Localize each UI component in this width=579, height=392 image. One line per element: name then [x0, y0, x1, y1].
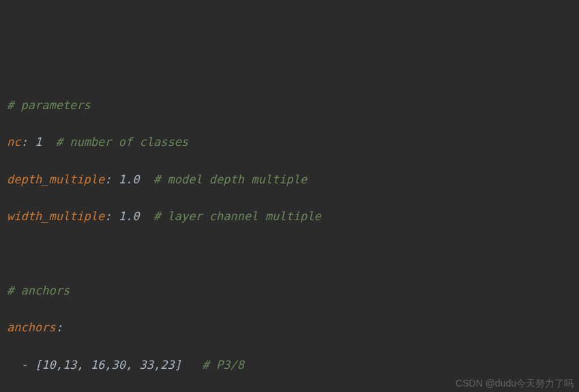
comment-width: # layer channel multiple [153, 209, 321, 223]
yaml-key-anchors: anchors [7, 320, 56, 334]
code-block: # parameters nc: 1 # number of classes d… [7, 78, 572, 392]
blank-line [7, 244, 572, 262]
code-line: # parameters [7, 96, 572, 115]
code-line: anchors: [7, 318, 572, 337]
yaml-key-width: width_multiple [7, 209, 104, 223]
code-line: depth_multiple: 1.0 # model depth multip… [7, 170, 572, 189]
code-line: - [10,13, 16,30, 33,23] # P3/8 [7, 356, 572, 374]
comment-p3: # P3/8 [203, 358, 244, 372]
comment-parameters: # parameters [7, 98, 91, 112]
code-line: # anchors [7, 282, 572, 300]
code-line: nc: 1 # number of classes [7, 133, 572, 151]
comment-anchors-header: # anchors [7, 284, 70, 297]
anchor-p3: [10,13, 16,30, 33,23] [35, 358, 181, 372]
watermark-text: CSDN @dudu今天努力了吗 [456, 376, 574, 391]
yaml-key-depth: depth_multiple [7, 172, 104, 186]
yaml-key-nc: nc [7, 135, 20, 149]
comment-depth: # model depth multiple [153, 172, 307, 186]
comment-nc: # number of classes [56, 135, 188, 149]
code-line: width_multiple: 1.0 # layer channel mult… [7, 207, 572, 226]
